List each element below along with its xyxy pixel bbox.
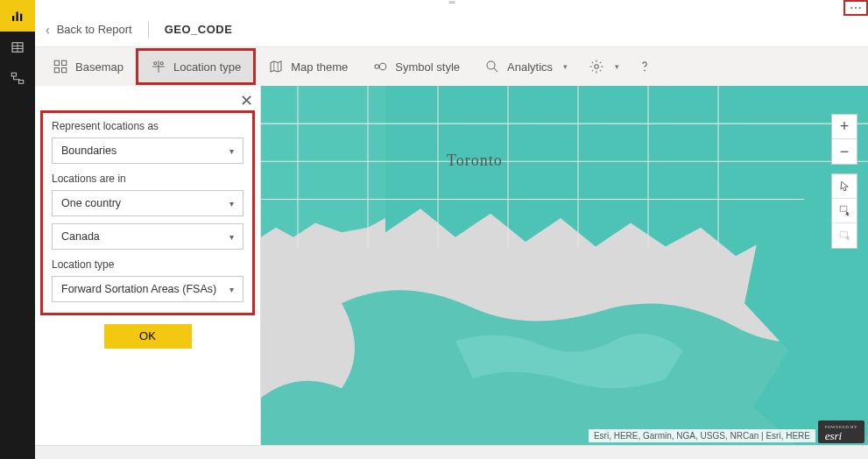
svg-rect-11 xyxy=(54,68,59,73)
locations-in-select[interactable]: One country ▾ xyxy=(52,190,243,216)
svg-rect-10 xyxy=(62,60,67,65)
svg-rect-7 xyxy=(11,73,16,76)
table-icon xyxy=(10,39,25,55)
location-type-icon xyxy=(151,59,166,74)
nav-model-view[interactable] xyxy=(0,63,35,95)
clear-selection-icon xyxy=(838,230,851,243)
zoom-in-button[interactable]: + xyxy=(832,115,857,139)
nav-data-view[interactable] xyxy=(0,32,35,63)
help-icon xyxy=(637,59,653,74)
ok-button[interactable]: OK xyxy=(104,324,192,349)
nav-report-view[interactable] xyxy=(0,0,35,32)
plus-icon: + xyxy=(840,117,850,136)
analytics-label: Analytics xyxy=(507,60,553,74)
svg-point-13 xyxy=(154,62,157,65)
select-value: Canada xyxy=(61,230,100,243)
rectangle-select-button[interactable] xyxy=(832,199,857,223)
svg-point-20 xyxy=(644,70,645,71)
chevron-down-icon: ▾ xyxy=(563,62,568,71)
basemap-button[interactable]: Basemap xyxy=(40,47,136,86)
symbol-style-label: Symbol style xyxy=(395,60,460,74)
represent-locations-label: Represent locations as xyxy=(52,120,243,132)
svg-point-15 xyxy=(375,65,379,69)
back-to-report-link[interactable]: ‹ Back to Report xyxy=(46,23,132,37)
chevron-down-icon: ▾ xyxy=(615,62,619,71)
svg-point-16 xyxy=(380,63,387,70)
chevron-down-icon: ▾ xyxy=(229,232,234,242)
map-theme-icon xyxy=(268,59,284,74)
location-type-select[interactable]: Forward Sortation Areas (FSAs) ▾ xyxy=(52,276,243,302)
svg-rect-32 xyxy=(840,206,847,211)
more-options-button[interactable]: ⋯ xyxy=(843,0,868,16)
pointer-tool-button[interactable] xyxy=(832,174,857,199)
esri-logo: POWERED BY esri xyxy=(818,420,864,443)
location-type-field-label: Location type xyxy=(52,258,243,271)
page-title: GEO_CODE xyxy=(165,23,233,36)
basemap-icon xyxy=(53,59,68,74)
pointer-icon xyxy=(838,180,851,193)
location-type-label: Location type xyxy=(173,60,241,74)
location-type-button[interactable]: Location type xyxy=(136,48,256,85)
model-icon xyxy=(10,71,25,87)
svg-rect-8 xyxy=(19,81,24,84)
select-tool-control xyxy=(831,173,857,249)
country-select[interactable]: Canada ▾ xyxy=(52,223,243,250)
map-attribution: Esri, HERE, Garmin, NGA, USGS, NRCan | E… xyxy=(589,429,815,442)
svg-point-14 xyxy=(160,62,163,65)
map-canvas-region: Toronto ✕ Represent locations as Boundar… xyxy=(35,86,868,445)
location-type-panel: ✕ Represent locations as Boundaries ▾ Lo… xyxy=(35,86,261,445)
svg-rect-9 xyxy=(54,60,59,65)
zoom-control: + − xyxy=(831,114,857,165)
ellipsis-icon: ⋯ xyxy=(850,2,862,14)
map-theme-button[interactable]: Map theme xyxy=(256,47,360,86)
settings-button[interactable]: ▾ xyxy=(580,47,628,86)
svg-rect-12 xyxy=(62,68,67,73)
svg-point-19 xyxy=(595,65,599,69)
breadcrumb-divider xyxy=(148,21,149,39)
represent-locations-select[interactable]: Boundaries ▾ xyxy=(52,138,243,164)
map-toolbar: Basemap Location type Map theme Symbol s… xyxy=(35,47,868,86)
svg-rect-0 xyxy=(12,16,14,21)
panel-highlight-region: Represent locations as Boundaries ▾ Loca… xyxy=(40,110,255,315)
help-button[interactable] xyxy=(628,47,661,86)
close-icon: ✕ xyxy=(240,92,253,109)
breadcrumb: ‹ Back to Report GEO_CODE xyxy=(35,12,868,47)
bar-chart-icon xyxy=(10,8,25,24)
drag-handle-icon[interactable]: ═ xyxy=(441,1,463,4)
select-value: Forward Sortation Areas (FSAs) xyxy=(61,283,216,295)
svg-line-18 xyxy=(494,68,498,73)
svg-rect-1 xyxy=(17,12,18,22)
zoom-out-button[interactable]: − xyxy=(832,139,857,164)
locations-in-label: Locations are in xyxy=(52,173,243,185)
chevron-left-icon: ‹ xyxy=(46,23,50,37)
svg-rect-2 xyxy=(20,14,22,21)
select-value: Boundaries xyxy=(61,145,116,157)
horizontal-scrollbar[interactable] xyxy=(35,445,868,459)
map-theme-label: Map theme xyxy=(291,60,348,74)
gear-icon xyxy=(589,59,604,74)
clear-selection-button[interactable] xyxy=(832,223,857,248)
chevron-down-icon: ▾ xyxy=(229,199,234,208)
city-label: Toronto xyxy=(447,152,503,170)
back-label: Back to Report xyxy=(57,23,132,36)
nav-rail xyxy=(0,0,35,459)
close-panel-button[interactable]: ✕ xyxy=(240,91,253,110)
select-value: One country xyxy=(61,197,121,209)
chevron-down-icon: ▾ xyxy=(229,146,234,156)
analytics-icon xyxy=(484,59,500,74)
symbol-style-button[interactable]: Symbol style xyxy=(360,47,472,86)
esri-brand-label: esri xyxy=(825,429,843,442)
analytics-button[interactable]: Analytics ▾ xyxy=(472,47,580,86)
minus-icon: − xyxy=(840,143,850,161)
basemap-label: Basemap xyxy=(75,60,123,74)
rectangle-select-icon xyxy=(838,204,851,217)
chevron-down-icon: ▾ xyxy=(229,285,234,294)
symbol-style-icon xyxy=(372,59,388,74)
